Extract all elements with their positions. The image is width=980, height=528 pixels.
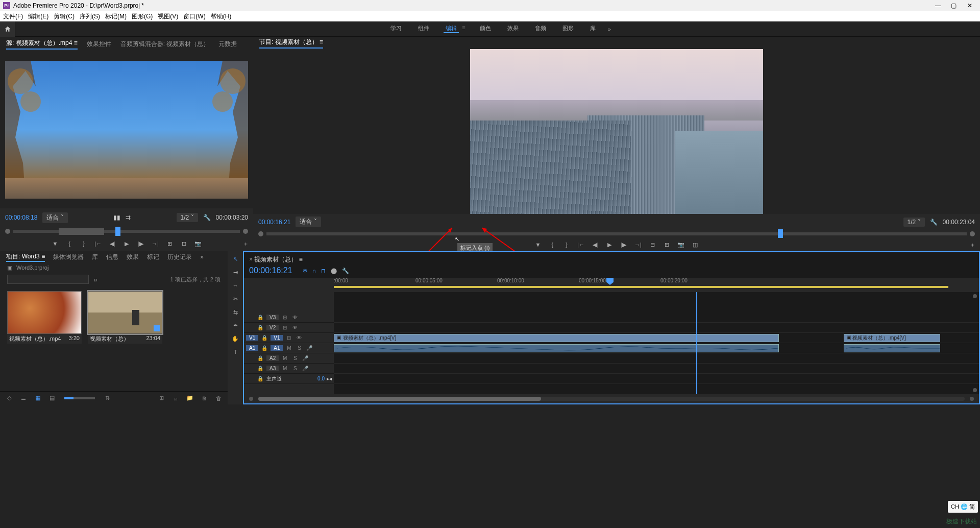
video-clip[interactable]: ▣ 视频素材（总）.mp4[V] xyxy=(844,334,941,342)
mic-icon[interactable]: 🎤 xyxy=(305,345,313,351)
home-button[interactable] xyxy=(0,21,15,37)
lock-icon[interactable]: 🔒 xyxy=(256,376,264,381)
extract-icon[interactable]: ⊞ xyxy=(663,241,670,248)
automate-icon[interactable]: ⊞ xyxy=(157,394,165,402)
markers-tab[interactable]: 标记 xyxy=(147,253,159,261)
mute-button[interactable]: M xyxy=(281,366,289,371)
pen-tool-icon[interactable]: ✒ xyxy=(231,321,240,330)
lift-icon[interactable]: ⊟ xyxy=(649,241,656,248)
new-item-icon[interactable]: 🗎 xyxy=(200,394,208,402)
close-button[interactable]: ✕ xyxy=(963,2,977,9)
track-select-tool-icon[interactable]: ⇥ xyxy=(231,268,240,277)
step-back-icon[interactable]: ◀| xyxy=(109,240,116,247)
eye-icon[interactable]: 👁 xyxy=(291,315,299,320)
timeline-scrollbar[interactable] xyxy=(258,397,965,401)
timeline-tracks[interactable]: ▣ 视频素材（总）.mp4[V] ▣ 视频素材（总）.mp4[V] xyxy=(334,292,979,394)
type-tool-icon[interactable]: T xyxy=(231,347,240,356)
lock-icon[interactable]: 🔒 xyxy=(260,335,268,341)
audio-clip[interactable] xyxy=(334,344,779,352)
source-res-dropdown[interactable]: 1/2 ˅ xyxy=(177,213,198,222)
minimize-button[interactable]: — xyxy=(931,2,945,9)
workspace-overflow[interactable]: » xyxy=(608,26,611,32)
lock-icon[interactable]: ◇ xyxy=(5,394,13,402)
marker-icon[interactable]: ▼ xyxy=(52,240,59,247)
selection-tool-icon[interactable]: ↖ xyxy=(231,254,240,263)
media-browser-tab[interactable]: 媒体浏览器 xyxy=(53,253,84,261)
icon-view-icon[interactable]: ▦ xyxy=(34,394,42,402)
project-tab[interactable]: 项目: Word3 ≡ xyxy=(6,252,45,262)
step-fwd-icon[interactable]: |▶ xyxy=(137,240,144,247)
mute-button[interactable]: M xyxy=(285,345,293,351)
slip-tool-icon[interactable]: ⇆ xyxy=(231,307,240,317)
master-value[interactable]: 0.0 xyxy=(317,376,325,381)
go-to-in-icon[interactable]: |← xyxy=(94,240,102,247)
menu-graphics[interactable]: 图形(G) xyxy=(132,12,153,21)
mic-icon[interactable]: 🎤 xyxy=(301,355,309,361)
solo-button[interactable]: S xyxy=(291,355,299,361)
menu-edit[interactable]: 编辑(E) xyxy=(28,12,48,21)
button-editor-icon[interactable]: ＋ xyxy=(969,241,976,248)
list-view-icon[interactable]: ☰ xyxy=(19,394,28,402)
hand-tool-icon[interactable]: ✋ xyxy=(231,334,240,343)
timeline-ruler[interactable]: :00:00 00:00:05:00 00:00:10:00 00:00:15:… xyxy=(244,278,979,292)
scroll-down-icon[interactable] xyxy=(973,388,977,392)
lock-icon[interactable]: 🔒 xyxy=(260,345,268,351)
metadata-tab[interactable]: 元数据 xyxy=(218,40,237,49)
menu-markers[interactable]: 标记(M) xyxy=(105,12,127,21)
libraries-tab[interactable]: 库 xyxy=(92,253,98,261)
export-frame-icon[interactable]: 📷 xyxy=(194,240,202,247)
track-master[interactable]: 主声道 xyxy=(266,375,282,382)
toggle-output-icon[interactable]: ⊟ xyxy=(281,325,289,330)
toggle-output-icon[interactable]: ⊟ xyxy=(285,335,293,341)
lock-icon[interactable]: 🔒 xyxy=(256,366,264,371)
source-fit-dropdown[interactable]: 适合 ˅ xyxy=(42,212,67,223)
workspace-audio[interactable]: 音频 xyxy=(533,25,548,33)
wrench-icon[interactable]: 🔧 xyxy=(203,214,211,221)
audio-clip[interactable] xyxy=(844,344,941,352)
trash-icon[interactable]: 🗑 xyxy=(214,394,223,402)
program-tc-current[interactable]: 00:00:16:21 xyxy=(258,219,290,226)
proj-overflow[interactable]: » xyxy=(200,253,204,260)
info-tab[interactable]: 信息 xyxy=(106,253,118,261)
go-to-out-icon[interactable]: →| xyxy=(152,240,159,247)
workspace-effects[interactable]: 效果 xyxy=(505,25,521,33)
effect-controls-tab[interactable]: 效果控件 xyxy=(87,40,111,49)
track-a1[interactable]: A1 xyxy=(271,345,283,351)
menu-file[interactable]: 文件(F) xyxy=(3,12,23,21)
audio-mixer-tab[interactable]: 音频剪辑混合器: 视频素材（总） xyxy=(120,40,210,49)
play-icon[interactable]: ▶ xyxy=(606,241,613,248)
menu-view[interactable]: 视图(V) xyxy=(158,12,178,21)
wrench-icon[interactable]: 🔧 xyxy=(342,268,349,274)
source-v1[interactable]: V1 xyxy=(246,335,258,341)
snap-icon[interactable]: ❄ xyxy=(303,268,307,274)
ime-badge[interactable]: CH 🌐 简 xyxy=(948,501,978,513)
program-tab[interactable]: 节目: 视频素材（总） ≡ xyxy=(259,38,323,49)
workspace-learn[interactable]: 学习 xyxy=(388,25,404,33)
play-icon[interactable]: ▶ xyxy=(123,240,130,247)
solo-button[interactable]: S xyxy=(291,366,299,371)
zoom-out-icon[interactable] xyxy=(249,397,253,401)
workspace-graphics[interactable]: 图形 xyxy=(560,25,576,33)
maximize-button[interactable]: ▢ xyxy=(947,2,961,9)
mark-out-icon[interactable]: } xyxy=(80,240,87,247)
search-icon[interactable]: ⌕ xyxy=(94,276,97,282)
program-fit-dropdown[interactable]: 适合 ˅ xyxy=(296,217,321,227)
sort-icon[interactable]: ⇅ xyxy=(103,394,111,402)
track-a2[interactable]: A2 xyxy=(266,355,279,361)
toggle-output-icon[interactable]: ⊟ xyxy=(281,315,289,320)
menu-window[interactable]: 窗口(W) xyxy=(183,12,205,21)
source-tab[interactable]: 源: 视频素材（总）.mp4 ≡ xyxy=(6,39,78,50)
project-search-input[interactable] xyxy=(7,275,89,284)
new-bin-icon[interactable]: 📁 xyxy=(186,394,194,402)
wrench-icon[interactable]: 🔧 xyxy=(930,219,938,226)
timeline-tc[interactable]: 00:00:16:21 xyxy=(249,266,292,275)
program-res-dropdown[interactable]: 1/2 ˅ xyxy=(903,218,925,227)
button-editor-icon[interactable]: ＋ xyxy=(242,240,249,247)
lock-icon[interactable]: 🔒 xyxy=(256,355,264,361)
workspace-color[interactable]: 颜色 xyxy=(478,25,493,33)
track-v3[interactable]: V3 xyxy=(266,315,279,320)
mute-button[interactable]: M xyxy=(281,355,289,361)
go-to-in-icon[interactable]: |← xyxy=(577,241,584,248)
mark-in-icon[interactable]: { xyxy=(549,241,556,248)
menu-clip[interactable]: 剪辑(C) xyxy=(54,12,75,21)
